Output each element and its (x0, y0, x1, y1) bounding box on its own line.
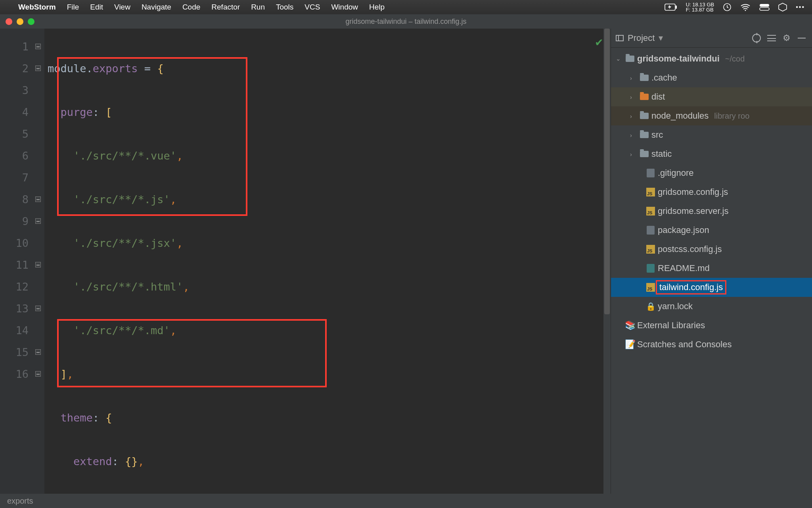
menu-tools[interactable]: Tools (276, 3, 293, 12)
code-token: './src/**/*.vue' (73, 150, 176, 162)
menu-vcs[interactable]: VCS (304, 3, 320, 12)
tree-scratches[interactable]: 📝Scratches and Consoles (611, 335, 812, 354)
tree-label: README.md (658, 263, 710, 273)
fold-marker-icon[interactable] (35, 218, 41, 224)
fold-marker-icon[interactable] (35, 306, 41, 311)
tree-folder[interactable]: ›.cache (611, 68, 812, 87)
chevron-right-icon[interactable]: › (630, 94, 637, 100)
tree-hint: library roo (714, 112, 749, 121)
svg-rect-5 (760, 8, 769, 10)
collapse-icon[interactable] (766, 33, 777, 44)
code-token: './src/**/*.js' (73, 193, 170, 206)
menu-view[interactable]: View (114, 3, 130, 12)
code-token: exports (93, 62, 138, 75)
editor-scrollbar[interactable] (603, 29, 611, 494)
fold-column[interactable] (34, 29, 44, 494)
app-name[interactable]: WebStorm (18, 3, 56, 12)
json-file-icon (647, 226, 655, 235)
menu-code[interactable]: Code (182, 3, 200, 12)
battery-icon[interactable] (665, 4, 677, 11)
control-center-icon[interactable] (759, 4, 770, 11)
fold-marker-icon[interactable] (35, 196, 41, 202)
menu-refactor[interactable]: Refactor (211, 3, 240, 12)
tree-folder[interactable]: ›src (611, 125, 812, 144)
fold-marker-icon[interactable] (35, 65, 41, 71)
window-minimize-button[interactable] (17, 18, 23, 25)
code-token: , (138, 455, 144, 468)
hide-icon[interactable] (796, 33, 807, 44)
tree-label: gridsome.server.js (658, 206, 729, 216)
code-token: : (93, 106, 106, 118)
code-token: purge (61, 106, 93, 118)
code-editor[interactable]: module.exports = { purge: [ './src/**/*.… (44, 29, 611, 494)
folder-icon (640, 113, 649, 119)
line-number: 5 (0, 123, 29, 145)
ide-window: gridsome-tailwindui – tailwind.config.js… (0, 14, 812, 508)
line-number: 11 (0, 254, 29, 276)
tree-folder[interactable]: ›static (611, 144, 812, 164)
project-tree[interactable]: ⌄ gridsome-tailwindui ~/cod ›.cache ›dis… (611, 48, 812, 494)
breadcrumb[interactable]: exports (7, 496, 33, 506)
window-zoom-button[interactable] (28, 18, 34, 25)
tree-file[interactable]: README.md (611, 259, 812, 278)
project-title[interactable]: Project (628, 33, 655, 43)
locate-icon[interactable] (751, 33, 762, 44)
tree-file[interactable]: JSgridsome.config.js (611, 183, 812, 202)
line-number: 12 (0, 276, 29, 298)
tree-external-libraries[interactable]: 📚External Libraries (611, 316, 812, 335)
menu-help[interactable]: Help (369, 3, 385, 12)
code-token: [ (105, 106, 112, 118)
inspection-ok-icon[interactable]: ✔ (595, 37, 603, 49)
tree-file-selected[interactable]: JStailwind.config.js (611, 278, 812, 297)
tree-label: gridsome.config.js (658, 187, 728, 197)
line-number: 2 (0, 58, 29, 79)
scratches-icon: 📝 (625, 341, 635, 348)
libraries-icon: 📚 (625, 321, 635, 329)
fold-marker-icon[interactable] (35, 349, 41, 355)
tree-folder[interactable]: ›node_moduleslibrary roo (611, 106, 812, 125)
chevron-right-icon[interactable]: › (630, 132, 637, 139)
editor-pane: 1 2 3 4 5 6 7 8 9 10 11 12 13 14 15 16 (0, 29, 611, 494)
line-number-gutter[interactable]: 1 2 3 4 5 6 7 8 9 10 11 12 13 14 15 16 (0, 29, 34, 494)
menu-run[interactable]: Run (251, 3, 265, 12)
menu-edit[interactable]: Edit (90, 3, 103, 12)
chevron-right-icon[interactable]: › (630, 151, 637, 158)
project-view-icon (616, 35, 624, 41)
line-number: 3 (0, 79, 29, 101)
tree-root[interactable]: ⌄ gridsome-tailwindui ~/cod (611, 49, 812, 68)
line-number: 6 (0, 145, 29, 167)
clock-icon[interactable] (723, 3, 732, 12)
tree-file[interactable]: 🔒yarn.lock (611, 297, 812, 316)
tree-file[interactable]: JSgridsome.server.js (611, 202, 812, 221)
file-icon (647, 169, 655, 177)
svg-rect-4 (760, 4, 769, 7)
tree-label: tailwind.config.js (658, 282, 724, 292)
code-token: : (93, 412, 106, 424)
tree-folder[interactable]: ›dist (611, 87, 812, 106)
chevron-down-icon[interactable]: ⌄ (616, 55, 623, 62)
gear-icon[interactable]: ⚙ (781, 33, 792, 44)
tree-file[interactable]: package.json (611, 221, 812, 240)
chevron-right-icon[interactable]: › (630, 75, 637, 81)
fold-marker-icon[interactable] (35, 262, 41, 267)
code-token: , (67, 368, 73, 380)
js-file-icon: JS (646, 245, 655, 254)
menu-navigate[interactable]: Navigate (142, 3, 171, 12)
fold-marker-icon[interactable] (35, 44, 41, 49)
menu-file[interactable]: File (67, 3, 79, 12)
tree-file[interactable]: .gitignore (611, 164, 812, 183)
chevron-down-icon[interactable]: ▾ (659, 33, 663, 43)
window-titlebar[interactable]: gridsome-tailwindui – tailwind.config.js (0, 14, 812, 29)
menu-window[interactable]: Window (331, 3, 358, 12)
scrollbar-thumb[interactable] (604, 29, 610, 314)
toolbox-icon[interactable] (778, 3, 787, 12)
fold-marker-icon[interactable] (35, 371, 41, 377)
chevron-right-icon[interactable]: › (630, 113, 637, 119)
code-token: . (86, 62, 93, 75)
overflow-icon[interactable]: ••• (796, 4, 805, 11)
window-close-button[interactable] (6, 18, 12, 25)
wifi-icon[interactable] (740, 3, 751, 11)
tree-file[interactable]: JSpostcss.config.js (611, 240, 812, 259)
code-token: {} (125, 455, 138, 468)
folder-icon (640, 94, 649, 100)
